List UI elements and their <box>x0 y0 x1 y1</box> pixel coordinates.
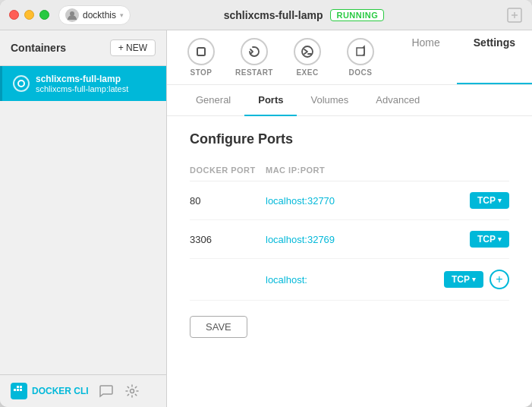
docker-cli-button[interactable]: DOCKER CLI <box>11 383 89 399</box>
container-name: schlixcms-full-lamp <box>36 74 128 84</box>
new-container-button[interactable]: + NEW <box>110 39 156 56</box>
tab-general[interactable]: General <box>182 85 244 116</box>
dropdown-arrow-icon: ▾ <box>472 276 476 283</box>
stop-icon <box>187 38 215 65</box>
main-area: Containers + NEW schlixcms-full-lamp sch… <box>0 30 532 407</box>
add-port-button[interactable]: + <box>490 270 509 289</box>
header-docker-port: DOCKER PORT <box>190 166 266 175</box>
traffic-lights <box>9 10 49 20</box>
protocol-control: TCP ▾ + <box>418 270 509 289</box>
titlebar: dockthis ▾ schlixcms-full-lamp RUNNING <box>0 0 532 30</box>
sidebar-item-schlixcms[interactable]: schlixcms-full-lamp schlixcms-full-lamp:… <box>0 66 166 101</box>
comment-icon[interactable] <box>98 383 115 399</box>
header-mac-ip-port: MAC IP:PORT <box>266 166 509 175</box>
tcp-dropdown-button[interactable]: TCP ▾ <box>444 271 483 288</box>
docker-cli-label: DOCKER CLI <box>32 386 89 396</box>
stop-button[interactable]: STOP <box>182 38 220 77</box>
container-list: schlixcms-full-lamp schlixcms-full-lamp:… <box>0 66 166 374</box>
tab-volumes[interactable]: Volumes <box>297 85 362 116</box>
container-status-icon <box>13 75 30 92</box>
minimize-button[interactable] <box>24 10 34 20</box>
docs-label: DOCS <box>349 68 373 77</box>
table-row: 80 localhost:32770 TCP ▾ <box>190 181 509 220</box>
page-title: Configure Ports <box>190 131 509 147</box>
restart-button[interactable]: RESTART <box>235 38 273 77</box>
app-title-area: schlixcms-full-lamp RUNNING <box>131 9 477 21</box>
restart-icon <box>241 38 268 65</box>
svg-rect-8 <box>20 386 22 388</box>
save-button[interactable]: SAVE <box>190 316 247 338</box>
sidebar-title: Containers <box>11 42 66 54</box>
save-section: SAVE <box>190 316 509 338</box>
exec-button[interactable]: EXEC <box>288 38 326 77</box>
svg-rect-4 <box>14 389 16 391</box>
tab-settings[interactable]: Settings <box>457 30 532 84</box>
docker-cli-icon <box>11 383 27 399</box>
svg-rect-5 <box>17 389 19 391</box>
mac-ip-port-input: localhost: <box>266 274 418 286</box>
dropdown-arrow-icon: ▾ <box>498 197 502 204</box>
table-row: localhost: TCP ▾ + <box>190 259 509 301</box>
sidebar-footer: DOCKER CLI <box>0 374 166 407</box>
exec-icon <box>294 38 321 65</box>
tcp-dropdown-button[interactable]: TCP ▾ <box>470 231 509 248</box>
docs-button[interactable]: DOCS <box>342 38 379 77</box>
action-bar: STOP RESTART EXEC <box>167 30 395 84</box>
tab-home[interactable]: Home <box>395 30 456 84</box>
ports-table: DOCKER PORT MAC IP:PORT 80 localhost:327… <box>190 162 509 301</box>
protocol-control: TCP ▾ <box>418 231 509 248</box>
sidebar-header: Containers + NEW <box>0 30 166 66</box>
avatar <box>65 8 79 22</box>
tcp-dropdown-button[interactable]: TCP ▾ <box>470 192 509 209</box>
docker-port-value: 80 <box>190 195 266 207</box>
tab-ports[interactable]: Ports <box>244 85 297 116</box>
settings-icon[interactable] <box>124 383 140 399</box>
protocol-control: TCP ▾ <box>418 192 509 209</box>
top-tabs: Home Settings <box>395 30 532 84</box>
tab-advanced[interactable]: Advanced <box>362 85 433 116</box>
container-subtitle: schlixcms-full-lamp:latest <box>36 84 128 93</box>
container-item-text: schlixcms-full-lamp schlixcms-full-lamp:… <box>36 74 128 93</box>
dropdown-arrow-icon: ▾ <box>498 235 502 243</box>
svg-rect-7 <box>17 386 19 388</box>
page-content: Configure Ports DOCKER PORT MAC IP:PORT … <box>167 116 532 407</box>
svg-rect-6 <box>20 389 22 391</box>
chevron-down-icon: ▾ <box>120 11 124 19</box>
docs-icon <box>347 38 374 65</box>
status-badge: RUNNING <box>330 9 384 21</box>
stop-label: STOP <box>190 68 212 77</box>
close-button[interactable] <box>9 10 19 20</box>
content-area: STOP RESTART EXEC <box>167 30 532 407</box>
mac-ip-port-value: localhost:32770 <box>266 195 418 207</box>
svg-rect-10 <box>197 48 205 55</box>
restart-label: RESTART <box>235 68 273 77</box>
svg-point-9 <box>130 390 134 393</box>
top-bar: STOP RESTART EXEC <box>167 30 532 85</box>
titlebar-right <box>477 7 523 24</box>
ports-table-header: DOCKER PORT MAC IP:PORT <box>190 162 509 181</box>
docker-port-value: 3306 <box>190 234 266 245</box>
app-window: dockthis ▾ schlixcms-full-lamp RUNNING C… <box>0 0 532 407</box>
container-status-dot <box>17 80 25 87</box>
exec-label: EXEC <box>296 68 318 77</box>
kubernetes-icon[interactable] <box>506 7 523 24</box>
sidebar: Containers + NEW schlixcms-full-lamp sch… <box>0 30 167 407</box>
table-row: 3306 localhost:32769 TCP ▾ <box>190 220 509 259</box>
mac-ip-port-value: localhost:32769 <box>266 234 418 245</box>
sub-tabs: General Ports Volumes Advanced <box>167 85 532 116</box>
user-menu[interactable]: dockthis ▾ <box>58 5 131 25</box>
username-label: dockthis <box>83 10 116 21</box>
maximize-button[interactable] <box>39 10 49 20</box>
app-title: schlixcms-full-lamp <box>224 9 323 21</box>
